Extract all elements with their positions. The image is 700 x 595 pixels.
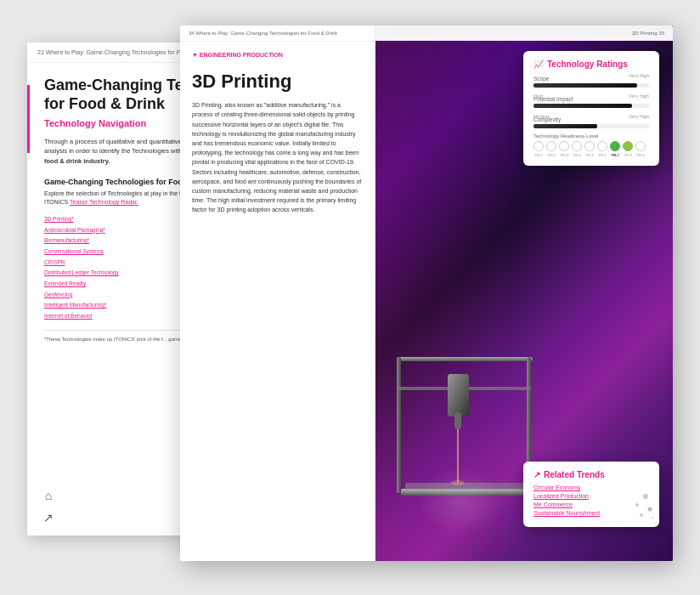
impact-rating: Potential Impact High Very High bbox=[533, 96, 649, 108]
tgl-dot-1 bbox=[533, 141, 544, 151]
svg-rect-31 bbox=[454, 412, 461, 429]
front-left-header: 34 Where to Play: Game-Changing Technolo… bbox=[180, 26, 375, 42]
tech-item-anti[interactable]: Antimicrobial Packaging* bbox=[44, 225, 201, 235]
tgl-dot-4 bbox=[572, 141, 582, 151]
trends-card: ↗ Related Trends Circular Economy Locali… bbox=[523, 462, 659, 527]
tech-item-crispr[interactable]: CRISPR bbox=[44, 258, 201, 268]
front-right-header-right: 3D Printing 35 bbox=[632, 31, 664, 36]
tgl-numbers: TRL1 TRL2 TRL3 TRL4 TRL5 TRL6 TRL7 TRL8 … bbox=[533, 153, 649, 157]
impact-bar-fill bbox=[533, 104, 632, 108]
svg-point-37 bbox=[635, 503, 639, 507]
complexity-bar: Medium Very High bbox=[533, 124, 649, 128]
ratings-card: 📈 Technology Ratings Scope Very High Pot… bbox=[523, 51, 659, 166]
front-page-left: 34 Where to Play: Game-Changing Technolo… bbox=[180, 26, 375, 561]
svg-point-36 bbox=[643, 494, 648, 499]
scope-bar: Very High bbox=[533, 83, 649, 88]
tech-item-bio[interactable]: Biomanufacturing* bbox=[44, 235, 201, 246]
svg-rect-30 bbox=[448, 374, 469, 416]
tgl-n8: TRL8 bbox=[623, 153, 633, 157]
tech-item-intm[interactable]: Intelligent Manufacturing* bbox=[44, 300, 201, 310]
front-left-header-text: 34 Where to Play: Game-Changing Technolo… bbox=[189, 31, 337, 36]
tech-item-dist[interactable]: Distributed Ledger Technology bbox=[44, 268, 201, 278]
tgl-n3: TRL3 bbox=[559, 153, 569, 157]
pink-accent bbox=[27, 85, 30, 153]
3d-printing-description: 3D Printing, also known as "additive man… bbox=[192, 100, 363, 214]
front-right-header: 3D Printing 35 bbox=[375, 26, 673, 41]
trends-card-title: ↗ Related Trends bbox=[533, 470, 649, 479]
tgl-dot-2 bbox=[546, 141, 556, 151]
scope-rating: Scope Very High bbox=[533, 76, 649, 88]
front-page-right: 3D Printing 35 bbox=[375, 26, 673, 561]
tech-item-geo[interactable]: Geofencing bbox=[44, 290, 201, 300]
svg-rect-26 bbox=[397, 357, 533, 361]
tgl-n9: TRL9 bbox=[635, 153, 646, 157]
ratings-icon: 📈 bbox=[533, 60, 544, 69]
tgl-n4: TRL4 bbox=[572, 153, 582, 157]
tech-item-3d[interactable]: 3D Printing* bbox=[44, 214, 201, 224]
tgl-n2: TRL2 bbox=[546, 153, 556, 157]
printer-image: 📈 Technology Ratings Scope Very High Pot… bbox=[375, 26, 673, 561]
tgl-dot-8 bbox=[623, 141, 633, 151]
tgl-n6: TRL6 bbox=[597, 153, 607, 157]
tech-item-ext[interactable]: Extended Reality bbox=[44, 279, 201, 289]
tgl-dot-7 bbox=[610, 141, 620, 151]
impact-bar: High Very High bbox=[533, 104, 649, 108]
tgl-section: Technology Readiness Level bbox=[533, 133, 649, 157]
tgl-n5: TRL5 bbox=[584, 153, 595, 157]
trend-dots-svg bbox=[612, 488, 654, 522]
3d-printing-title: 3D Printing bbox=[192, 71, 363, 92]
tgl-dot-6 bbox=[597, 141, 607, 151]
ratings-card-title: 📈 Technology Ratings bbox=[533, 60, 649, 69]
engineering-label: ▼ ENGINEERING PRODUCTION bbox=[192, 52, 363, 58]
svg-point-39 bbox=[640, 513, 643, 517]
tgl-dots bbox=[533, 141, 649, 151]
front-page: 34 Where to Play: Game-Changing Technolo… bbox=[180, 26, 673, 561]
tech-item-iob[interactable]: Internet of Behavior bbox=[44, 311, 201, 321]
teaser-radar-link[interactable]: Teaser Technology Radar. bbox=[70, 199, 138, 205]
svg-point-38 bbox=[648, 507, 652, 512]
tgl-dot-5 bbox=[584, 141, 595, 151]
printer-glow bbox=[418, 468, 503, 536]
trends-icon: ↗ bbox=[533, 470, 540, 479]
tgl-n1: TRL1 bbox=[533, 153, 544, 157]
svg-rect-27 bbox=[397, 357, 401, 493]
complexity-bar-fill bbox=[533, 124, 597, 128]
tgl-dot-3 bbox=[559, 141, 569, 151]
tgl-dot-9 bbox=[635, 141, 646, 151]
external-link-icon[interactable]: ↗ bbox=[39, 508, 58, 527]
svg-point-40 bbox=[652, 517, 654, 519]
home-icon[interactable]: ⌂ bbox=[39, 486, 58, 505]
complexity-rating: Complexity Medium Very High bbox=[533, 116, 649, 128]
scope-bar-fill bbox=[533, 83, 637, 88]
tech-item-conv[interactable]: Conversational Systems bbox=[44, 246, 201, 257]
front-left-body: ▼ ENGINEERING PRODUCTION 3D Printing 3D … bbox=[180, 42, 375, 561]
back-page-bottom-icons: ⌂ ↗ bbox=[39, 486, 58, 527]
tgl-n7: TRL7 bbox=[610, 153, 620, 157]
